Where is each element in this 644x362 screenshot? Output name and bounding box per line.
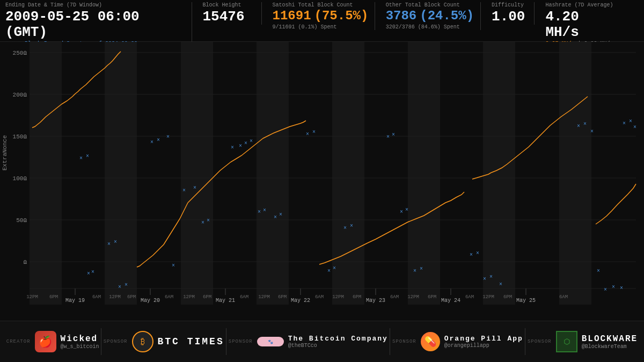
sponsor1-section: SPONSOR ₿ BTC TIMES [104,331,224,352]
sponsor3-section: SPONSOR 💊 Orange Pill App @orangepillapp [392,332,523,351]
svg-text:×: × [604,287,607,293]
bitcoin-company-logo: 🐾 [257,337,284,346]
svg-text:May 24: May 24 [441,298,460,304]
satoshi-value: 11691 [273,9,311,23]
sponsor4-handle: @BlockwareTeam [582,344,638,350]
svg-text:×: × [166,134,170,140]
svg-text:12PM: 12PM [407,294,419,300]
svg-text:×: × [263,208,266,213]
svg-text:—: — [23,219,27,225]
svg-text:×: × [258,209,261,215]
svg-text:×: × [583,121,587,127]
svg-text:6AM: 6AM [390,294,399,300]
svg-text:6AM: 6AM [559,294,568,300]
other-value: 3786 [386,9,417,23]
svg-text:×: × [590,129,594,135]
satoshi-label: Satoshi Total Block Count [273,2,364,8]
svg-text:6AM: 6AM [240,294,248,300]
svg-text:6AM: 6AM [92,294,101,300]
svg-text:May 22: May 22 [291,298,310,304]
svg-text:×: × [483,276,486,282]
creator-icon: 🍎 [35,331,56,352]
sponsor3-label: SPONSOR [392,339,416,344]
block-height-block: Block Height 15476 [203,2,262,25]
svg-text:×: × [400,209,403,215]
pill-icon: 💊 [421,332,440,351]
svg-text:×: × [577,123,580,129]
difficulty-value: 1.00 [492,9,523,25]
svg-text:×: × [333,265,336,271]
svg-text:×: × [86,153,89,159]
ending-date-label: Ending Date & Time (7D Window) [5,2,181,8]
svg-text:×: × [306,131,309,137]
svg-text:6PM: 6PM [428,294,436,300]
svg-text:×: × [350,223,353,229]
svg-rect-7 [483,42,515,305]
svg-text:×: × [343,225,347,231]
difficulty-label: Difficulty [492,2,523,8]
svg-text:12PM: 12PM [183,294,195,300]
svg-text:×: × [87,271,90,277]
svg-text:×: × [79,156,83,161]
svg-rect-8 [559,42,591,305]
hashrate-value: 4.20 MH/s [545,9,617,40]
sponsor4-section: SPONSOR ⬡ BLOCKWARE @BlockwareTeam [528,331,638,352]
svg-text:×: × [629,119,632,124]
svg-text:12PM: 12PM [26,294,38,300]
ending-date-value: 2009-05-25 06:00 (GMT) [5,9,181,40]
svg-text:May 23: May 23 [366,298,385,304]
svg-text:×: × [633,124,636,130]
sponsor2-section: SPONSOR 🐾 The Bitcoin Company @theBTCco [229,335,388,349]
divider-4 [525,328,525,355]
other-sub: 3202/3786 (84.6%) Spent [386,24,470,30]
svg-text:6PM: 6PM [203,294,211,300]
svg-text:×: × [118,284,121,290]
svg-text:×: × [392,132,395,138]
svg-text:×: × [193,185,196,191]
svg-text:×: × [201,220,204,226]
svg-text:ExtraNonce: ExtraNonce [2,135,8,171]
svg-text:×: × [620,285,623,291]
svg-text:×: × [114,239,117,245]
sponsor4-label: SPONSOR [528,339,552,344]
svg-text:×: × [244,141,247,146]
svg-text:6AM: 6AM [465,294,474,300]
svg-rect-2 [105,42,137,305]
creator-label: CREATOR [6,339,31,344]
svg-text:×: × [125,282,128,288]
svg-text:May 21: May 21 [216,298,235,304]
svg-text:×: × [207,218,210,224]
svg-text:6PM: 6PM [278,294,287,300]
svg-text:—: — [23,261,27,267]
svg-text:12PM: 12PM [109,294,121,300]
svg-text:12PM: 12PM [258,294,270,300]
sponsor3-handle: @orangepillapp [444,343,523,349]
svg-text:×: × [489,274,493,280]
svg-text:—: — [23,51,27,57]
chart-container: ExtraNonce 2500 — 2000 — 1500 — 1000 — 5… [0,42,644,321]
sponsor4-name: BLOCKWARE [582,334,638,344]
svg-text:6AM: 6AM [165,294,173,300]
sponsor2-name: The Bitcoin Company [288,335,388,343]
sponsor3-name: Orange Pill App [444,335,523,343]
svg-text:×: × [499,282,502,287]
svg-text:12PM: 12PM [482,294,494,300]
hashrate-label: Hashrate (7D Average) [545,2,617,8]
bitcoin-company-icon: 🐾 [257,337,284,346]
creator-section: CREATOR 🍎 Wicked @w_s_bitcoin [6,331,99,352]
svg-text:×: × [405,207,408,213]
chart-svg: 2500 — 2000 — 1500 — 1000 — 500 — 0 — [0,42,644,321]
svg-rect-4 [257,42,289,305]
creator-name: Wicked [61,334,99,344]
hashrate-block: Hashrate (7D Average) 4.20 MH/s 3.27 MH/… [545,2,628,47]
sponsor1-label: SPONSOR [104,339,128,344]
svg-text:×: × [107,241,111,247]
svg-rect-5 [332,42,364,305]
svg-text:×: × [91,269,94,275]
sponsor2-label: SPONSOR [229,339,253,344]
other-pct: (24.5%) [420,9,474,23]
svg-rect-6 [408,42,440,305]
svg-text:May 19: May 19 [65,298,85,304]
svg-text:×: × [597,268,600,274]
svg-text:×: × [182,188,186,194]
